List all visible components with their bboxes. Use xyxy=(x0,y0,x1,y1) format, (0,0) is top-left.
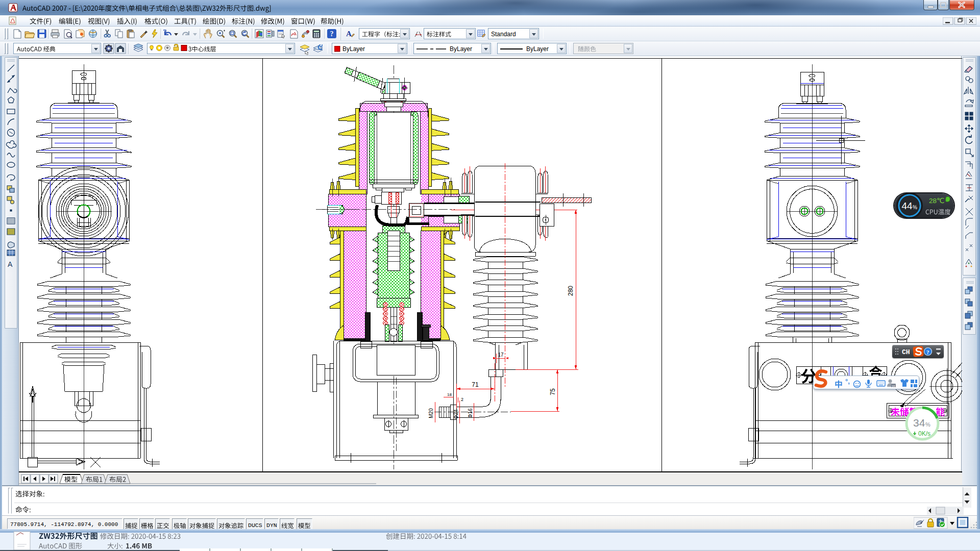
svg-text:280: 280 xyxy=(567,286,574,296)
svg-text:?: ? xyxy=(330,30,334,38)
svg-text:75: 75 xyxy=(549,388,556,395)
svg-text:%: % xyxy=(925,421,930,428)
svg-text:0K/s: 0K/s xyxy=(918,430,930,437)
svg-text:44: 44 xyxy=(902,201,913,211)
svg-text:17: 17 xyxy=(498,352,504,358)
svg-text:34: 34 xyxy=(913,417,925,429)
svg-text:M20: M20 xyxy=(428,408,434,418)
svg-text:°,: °, xyxy=(845,378,850,385)
svg-text:Φ24: Φ24 xyxy=(453,409,459,419)
svg-text:A: A xyxy=(8,260,13,268)
svg-text:Φ16: Φ16 xyxy=(468,408,473,418)
svg-text:2: 2 xyxy=(461,397,463,402)
svg-text:CH: CH xyxy=(902,348,910,356)
svg-text:16: 16 xyxy=(892,385,895,388)
svg-text:%: % xyxy=(913,205,917,210)
svg-text:71: 71 xyxy=(472,381,479,388)
svg-text:A: A xyxy=(346,30,352,38)
svg-text:28℃: 28℃ xyxy=(929,197,944,205)
svg-text:18: 18 xyxy=(447,392,452,397)
svg-text:?: ? xyxy=(926,349,929,355)
